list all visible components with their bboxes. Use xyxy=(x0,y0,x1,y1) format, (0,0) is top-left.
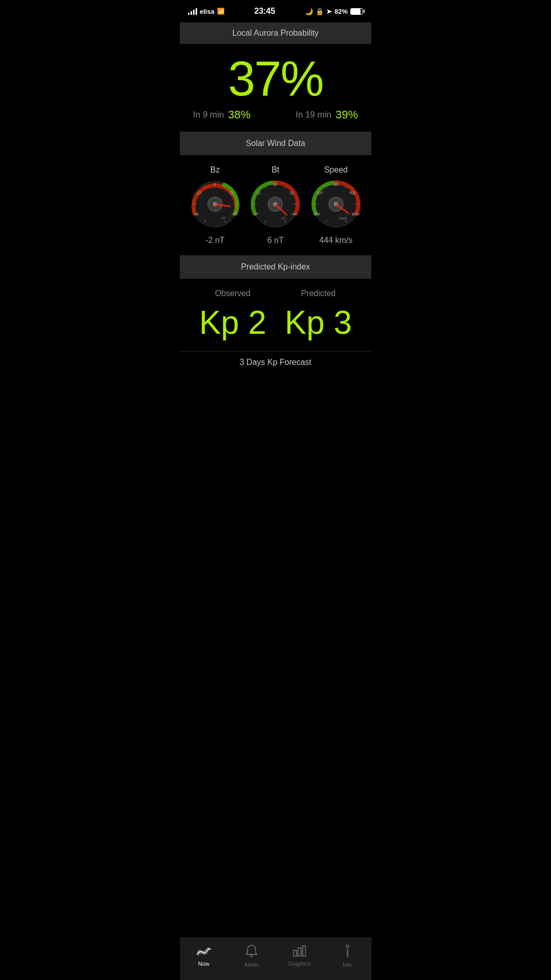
forecast-1-value: 38% xyxy=(228,108,250,121)
svg-point-63 xyxy=(251,955,253,957)
battery-icon xyxy=(350,8,363,15)
svg-text:10: 10 xyxy=(257,191,261,194)
signal-icon xyxy=(188,8,197,15)
now-icon xyxy=(197,945,211,959)
location-icon: ➤ xyxy=(326,8,332,15)
gauge-bz: Bz xyxy=(189,165,241,245)
battery-percent: 82% xyxy=(334,8,348,15)
info-icon xyxy=(342,944,353,960)
svg-text:600: 600 xyxy=(333,183,339,186)
svg-text:1000: 1000 xyxy=(351,212,360,216)
svg-text:30: 30 xyxy=(290,191,294,194)
tab-info[interactable]: Info xyxy=(323,938,371,980)
page-title: Local Aurora Probability xyxy=(232,29,319,37)
tab-bar: Now Alerts Graphics Inf xyxy=(180,938,371,980)
wifi-icon: 📶 xyxy=(217,8,225,15)
gauge-bt-value: 6 nT xyxy=(267,236,283,245)
svg-text:nT: nT xyxy=(281,216,286,220)
gauge-speed: Speed 200 400 600 xyxy=(310,165,362,245)
clock: 23:45 xyxy=(254,7,275,16)
forecast-2-value: 39% xyxy=(336,108,358,121)
svg-text:800: 800 xyxy=(349,191,355,194)
graphics-icon xyxy=(293,945,306,959)
svg-text:nT: nT xyxy=(221,216,226,220)
tab-now-label: Now xyxy=(198,961,209,967)
nav-header: Local Aurora Probability xyxy=(180,22,371,44)
svg-text:400: 400 xyxy=(317,191,323,194)
forecast-2-label: In 19 min xyxy=(296,110,331,120)
kp-observed-label: Observed xyxy=(215,289,250,298)
svg-rect-65 xyxy=(298,948,301,956)
tab-info-label: Info xyxy=(343,962,352,968)
gauge-speed-value: 444 km/s xyxy=(319,236,352,245)
svg-text:20: 20 xyxy=(274,183,278,186)
status-right: 🌙 🔒 ➤ 82% xyxy=(305,8,363,15)
svg-text:0: 0 xyxy=(255,212,257,216)
carrier-label: elisa xyxy=(200,8,214,15)
svg-text:200: 200 xyxy=(314,212,320,216)
solar-wind-header: Solar Wind Data xyxy=(180,132,371,155)
forecast-row: In 9 min 38% In 19 min 39% xyxy=(188,103,363,124)
svg-text:0: 0 xyxy=(214,183,216,186)
svg-text:-30: -30 xyxy=(193,212,198,216)
gauge-bz-svg: -30 -15 0 15 30 nT xyxy=(189,179,241,230)
main-probability-value: 37% xyxy=(188,54,363,103)
kp-observed-col: Observed Kp 2 xyxy=(190,289,276,339)
forecast-item-1: In 9 min 38% xyxy=(193,108,251,121)
forecast-peek-title: 3 Days Kp Forecast xyxy=(188,358,363,367)
tab-graphics-label: Graphics xyxy=(288,961,310,967)
status-left: elisa 📶 xyxy=(188,8,225,15)
kp-predicted-value: Kp 3 xyxy=(284,306,352,339)
gauge-bt: Bt 0 10 20 30 xyxy=(250,165,301,245)
kp-row: Observed Kp 2 Predicted Kp 3 xyxy=(190,289,361,339)
gauges-section: Bz xyxy=(180,155,371,255)
tab-graphics[interactable]: Graphics xyxy=(276,938,324,980)
kp-section: Observed Kp 2 Predicted Kp 3 xyxy=(180,279,371,351)
main-probability-section: 37% In 9 min 38% In 19 min 39% xyxy=(180,44,371,132)
svg-text:15: 15 xyxy=(229,191,233,194)
gauge-speed-svg: 200 400 600 800 1000 km/s xyxy=(310,179,362,230)
gauge-bz-value: -2 nT xyxy=(205,236,224,245)
lock-icon: 🔒 xyxy=(316,8,324,15)
svg-text:km/s: km/s xyxy=(340,216,347,220)
gauge-speed-label: Speed xyxy=(324,165,348,175)
kp-predicted-col: Predicted Kp 3 xyxy=(276,289,362,339)
gauge-bt-label: Bt xyxy=(272,165,279,175)
forecast-1-label: In 9 min xyxy=(193,110,224,120)
svg-text:30: 30 xyxy=(232,212,236,216)
forecast-item-2: In 19 min 39% xyxy=(296,108,358,121)
status-bar: elisa 📶 23:45 🌙 🔒 ➤ 82% xyxy=(180,0,371,22)
gauge-bt-svg: 0 10 20 30 40 nT xyxy=(250,179,301,230)
moon-icon: 🌙 xyxy=(305,8,313,15)
svg-rect-64 xyxy=(293,950,296,956)
forecast-peek: 3 Days Kp Forecast xyxy=(180,351,371,367)
gauge-bz-label: Bz xyxy=(210,165,220,175)
kp-observed-value: Kp 2 xyxy=(199,306,267,339)
svg-point-67 xyxy=(346,945,349,948)
kp-index-header: Predicted Kp-index xyxy=(180,255,371,279)
svg-text:-15: -15 xyxy=(196,191,201,194)
alerts-icon xyxy=(246,944,257,960)
tab-now[interactable]: Now xyxy=(180,938,228,980)
svg-text:40: 40 xyxy=(293,212,297,216)
kp-predicted-label: Predicted xyxy=(301,289,336,298)
tab-alerts-label: Alerts xyxy=(245,962,259,968)
tab-alerts[interactable]: Alerts xyxy=(228,938,276,980)
svg-rect-66 xyxy=(302,946,305,956)
